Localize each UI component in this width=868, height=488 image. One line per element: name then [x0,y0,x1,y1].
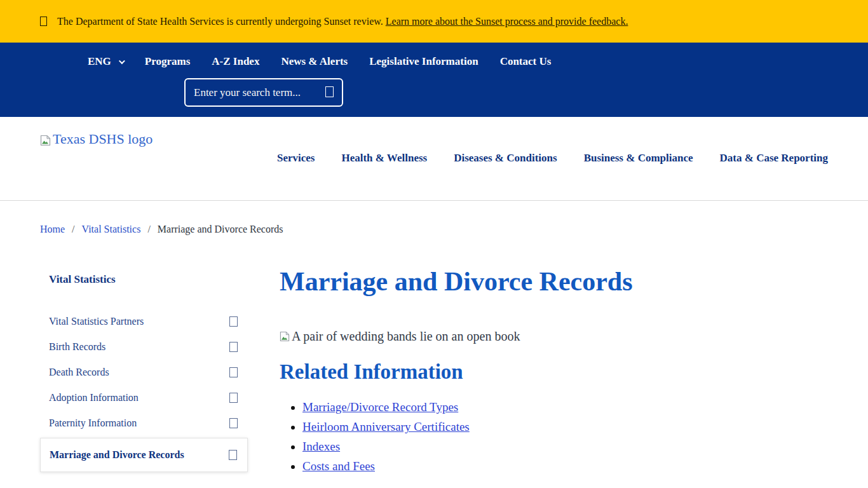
related-links-list: Marriage/Divorce Record Types Heirloom A… [280,400,828,473]
sunset-feedback-link[interactable]: Learn more about the Sunset process and … [386,16,628,27]
hero-image-broken: A pair of wedding bands lie on an open b… [280,329,828,344]
link-indexes[interactable]: Indexes [302,440,340,453]
alert-text: The Department of State Health Services … [57,16,628,27]
main-nav-business-compliance[interactable]: Business & Compliance [584,152,693,165]
sidebar: Vital Statistics Vital Statistics Partne… [40,267,248,472]
sidebar-item-marriage-divorce-records[interactable]: Marriage and Divorce Records [40,438,248,472]
alert-banner: The Department of State Health Services … [0,0,868,43]
list-item: Costs and Fees [302,459,828,473]
alert-message: The Department of State Health Services … [57,16,383,27]
chevron-right-icon [229,418,238,428]
main-nav-diseases-conditions[interactable]: Diseases & Conditions [454,152,557,165]
breadcrumb-vital-statistics[interactable]: Vital Statistics [82,224,141,235]
link-marriage-divorce-record-types[interactable]: Marriage/Divorce Record Types [302,400,458,414]
sidebar-item-birth-records[interactable]: Birth Records [40,334,248,360]
page-title: Marriage and Divorce Records [280,267,828,296]
chevron-right-icon [229,367,238,377]
main-nav-data-case-reporting[interactable]: Data & Case Reporting [720,152,828,165]
sidebar-item-label[interactable]: Birth Records [49,341,105,353]
breadcrumb-home[interactable]: Home [40,224,65,235]
list-item: Heirloom Anniversary Certificates [302,420,828,434]
related-information-title: Related Information [280,360,828,384]
sidebar-item-label[interactable]: Death Records [49,367,109,378]
utility-nav-programs[interactable]: Programs [145,55,190,68]
broken-image-icon [280,331,290,342]
sidebar-item-adoption-information[interactable]: Adoption Information [40,385,248,410]
site-header: Texas DSHS logo Services Health & Wellne… [0,117,868,201]
sidebar-item-death-records[interactable]: Death Records [40,360,248,385]
utility-nav-news-alerts[interactable]: News & Alerts [281,55,348,68]
utility-nav: ENG Programs A-Z Index News & Alerts Leg… [40,43,828,68]
hero-image-alt-text: A pair of wedding bands lie on an open b… [292,329,520,344]
main-column: Marriage and Divorce Records A pair of w… [280,267,828,479]
utility-nav-az-index[interactable]: A-Z Index [212,55,259,68]
chevron-down-icon [119,58,125,64]
chevron-right-icon [229,316,238,327]
sidebar-list: Vital Statistics Partners Birth Records … [40,309,248,472]
search-button[interactable] [325,86,334,99]
content-area: Vital Statistics Vital Statistics Partne… [0,267,868,479]
site-logo-link[interactable]: Texas DSHS logo [40,131,153,147]
language-label: ENG [88,55,111,68]
link-heirloom-anniversary-certificates[interactable]: Heirloom Anniversary Certificates [302,420,470,433]
sidebar-title: Vital Statistics [40,267,248,286]
logo-alt-text: Texas DSHS logo [53,131,153,147]
main-nav: Services Health & Wellness Diseases & Co… [277,152,828,165]
chevron-right-icon [229,342,238,352]
search-icon [325,86,334,97]
breadcrumb-separator: / [147,224,150,235]
main-nav-health-wellness[interactable]: Health & Wellness [341,152,427,165]
sidebar-item-label[interactable]: Vital Statistics Partners [49,316,144,327]
search-input[interactable] [194,86,322,99]
sidebar-item-label[interactable]: Adoption Information [49,392,139,403]
sidebar-item-paternity-information[interactable]: Paternity Information [40,410,248,436]
main-nav-services[interactable]: Services [277,152,315,165]
broken-image-icon [40,135,51,146]
sidebar-item-vital-statistics-partners[interactable]: Vital Statistics Partners [40,309,248,334]
utility-nav-legislative-information[interactable]: Legislative Information [369,55,478,68]
chevron-right-icon [229,450,237,460]
sidebar-item-label[interactable]: Paternity Information [49,417,137,429]
utility-nav-contact-us[interactable]: Contact Us [500,55,552,68]
search-row [184,78,828,107]
list-item: Indexes [302,440,828,454]
language-selector[interactable]: ENG [88,55,123,68]
chevron-right-icon [229,393,238,403]
list-item: Marriage/Divorce Record Types [302,400,828,414]
warning-icon [40,17,47,26]
link-costs-and-fees[interactable]: Costs and Fees [302,459,375,473]
sidebar-item-label[interactable]: Marriage and Divorce Records [50,449,184,461]
breadcrumb-separator: / [72,224,74,235]
search-box [184,78,343,107]
breadcrumb: Home / Vital Statistics / Marriage and D… [0,201,868,235]
utility-bar: ENG Programs A-Z Index News & Alerts Leg… [0,43,868,117]
breadcrumb-current-page: Marriage and Divorce Records [158,224,283,235]
